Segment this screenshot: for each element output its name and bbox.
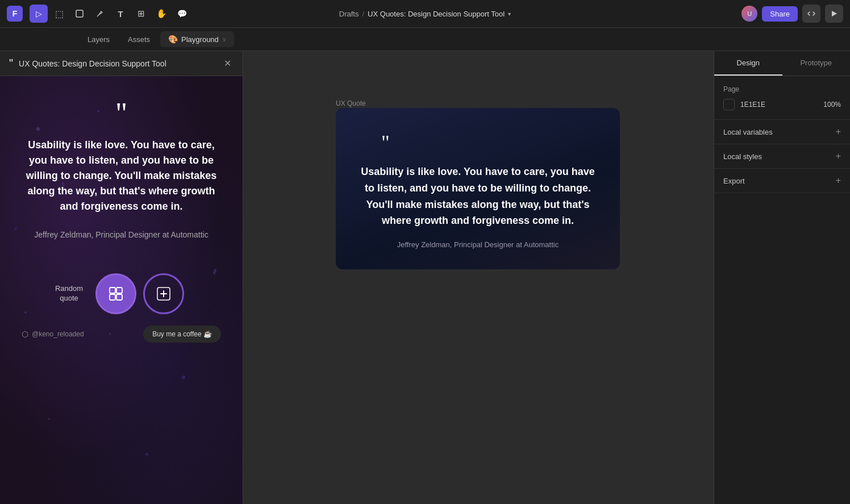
- avatar[interactable]: U: [741, 6, 757, 22]
- card-preview: " Usability is like love. You have to ca…: [0, 76, 243, 504]
- tab-playground[interactable]: 🎨 Playground ∨: [160, 31, 234, 47]
- page-title[interactable]: UX Quotes: Design Decision Support Tool: [368, 10, 505, 18]
- canvas-quote-mark: ": [381, 131, 390, 155]
- export-row: Export +: [714, 169, 850, 193]
- play-button[interactable]: [825, 5, 843, 23]
- tab-layers[interactable]: Layers: [80, 32, 118, 47]
- randomize-button[interactable]: [95, 273, 136, 314]
- local-styles-title: Local styles: [723, 152, 762, 161]
- canvas-quote-text: Usability is like love. You have to care…: [359, 164, 597, 229]
- page-color-swatch[interactable]: [723, 99, 735, 110]
- shape-tool[interactable]: [70, 5, 89, 23]
- frame-tool[interactable]: ⬚: [50, 5, 68, 23]
- figma-icon: ⬡: [22, 330, 28, 339]
- page-color-row: 1E1E1E 100%: [723, 99, 841, 110]
- components-tool[interactable]: ⊞: [132, 5, 150, 23]
- toolbar: F ▷ ⬚ T ⊞ ✋ 💬 Drafts / UX Quotes: Design…: [0, 0, 850, 28]
- svg-rect-4: [110, 294, 115, 300]
- chevron-down-icon[interactable]: ▾: [508, 11, 511, 17]
- figma-logo[interactable]: F: [7, 6, 23, 22]
- page-color-value: 1E1E1E: [740, 101, 765, 109]
- local-styles-row: Local styles +: [714, 144, 850, 169]
- right-tabs: Design Prototype: [714, 51, 850, 76]
- page-opacity-value: 100%: [823, 101, 841, 109]
- svg-rect-5: [116, 294, 122, 300]
- big-quote-mark: ": [19, 99, 224, 128]
- tab-assets[interactable]: Assets: [120, 32, 158, 47]
- local-variables-add-icon[interactable]: +: [836, 127, 841, 137]
- right-panel: Design Prototype Page 1E1E1E 100% Local …: [714, 51, 850, 504]
- card-content: " Usability is like love. You have to ca…: [19, 99, 224, 273]
- text-tool[interactable]: T: [111, 5, 130, 23]
- page-section-title: Page: [723, 85, 841, 93]
- component-panel: " UX Quotes: Design Decision Support Too…: [0, 51, 243, 504]
- component-title: UX Quotes: Design Decision Support Tool: [19, 59, 215, 68]
- tabbar: Layers Assets 🎨 Playground ∨: [0, 28, 850, 51]
- svg-rect-2: [110, 288, 115, 293]
- svg-rect-3: [116, 288, 122, 293]
- close-button[interactable]: ✕: [221, 57, 234, 70]
- creator-tag: ⬡ @keno_reloaded: [22, 330, 84, 339]
- sep: /: [362, 10, 364, 18]
- local-variables-title: Local variables: [723, 128, 773, 136]
- drafts-label[interactable]: Drafts: [339, 10, 359, 18]
- canvas[interactable]: UX Quote " Usability is like love. You h…: [243, 51, 714, 504]
- random-label: Randomquote: [55, 284, 83, 303]
- hand-tool[interactable]: ✋: [152, 5, 170, 23]
- component-titlebar: " UX Quotes: Design Decision Support Too…: [0, 51, 243, 76]
- main-area: " UX Quotes: Design Decision Support Too…: [0, 51, 850, 504]
- coffee-button[interactable]: Buy me a coffee ☕: [143, 326, 221, 343]
- local-styles-add-icon[interactable]: +: [836, 151, 841, 161]
- quote-author: Jeffrey Zeldman, Principal Designer at A…: [19, 230, 224, 239]
- toolbar-right: U Share: [741, 5, 843, 23]
- canvas-author: Jeffrey Zeldman, Principal Designer at A…: [397, 240, 559, 249]
- page-section: Page 1E1E1E 100%: [714, 76, 850, 120]
- creator-handle: @keno_reloaded: [32, 330, 84, 338]
- svg-rect-0: [76, 10, 83, 17]
- tab-design[interactable]: Design: [714, 51, 782, 76]
- code-view-button[interactable]: [802, 5, 820, 23]
- tool-group: ▷ ⬚ T ⊞ ✋ 💬: [30, 5, 191, 23]
- footer-row: ⬡ @keno_reloaded Buy me a coffee ☕: [17, 326, 226, 343]
- svg-marker-1: [832, 11, 837, 16]
- local-variables-row: Local variables +: [714, 120, 850, 144]
- export-title: Export: [723, 177, 745, 185]
- comment-tool[interactable]: 💬: [173, 5, 191, 23]
- quote-text: Usability is like love. You have to care…: [19, 138, 224, 214]
- pen-tool[interactable]: [91, 5, 109, 23]
- breadcrumb: Drafts / UX Quotes: Design Decision Supp…: [339, 10, 511, 18]
- share-button[interactable]: Share: [762, 6, 798, 22]
- quote-icon: ": [9, 57, 13, 70]
- canvas-card: " Usability is like love. You have to ca…: [336, 108, 620, 269]
- add-button[interactable]: [143, 273, 184, 314]
- select-tool[interactable]: ▷: [30, 5, 48, 23]
- action-row: Randomquote: [55, 273, 188, 314]
- export-add-icon[interactable]: +: [836, 176, 841, 186]
- canvas-frame-label: UX Quote: [336, 99, 366, 107]
- tab-prototype[interactable]: Prototype: [782, 51, 851, 76]
